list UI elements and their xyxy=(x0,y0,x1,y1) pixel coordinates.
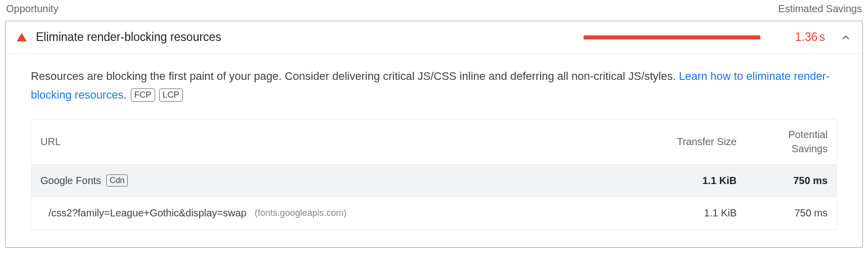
description-suffix: . xyxy=(123,88,126,101)
group-size: 1.1 KiB xyxy=(646,175,737,187)
savings-bar xyxy=(584,35,760,39)
audit-panel: Eliminate render-blocking resources 1.36… xyxy=(5,21,863,248)
table-row: /css2?family=League+Gothic&display=swap … xyxy=(31,197,837,230)
audit-title: Eliminate render-blocking resources xyxy=(36,30,221,44)
resources-table: URL Transfer Size Potential Savings Goog… xyxy=(31,119,837,230)
resource-size: 1.1 KiB xyxy=(646,207,737,219)
metric-tag-fcp: FCP xyxy=(131,88,155,102)
col-potential-savings: Potential Savings xyxy=(737,127,828,156)
group-savings: 750 ms xyxy=(737,175,828,187)
savings-value: 1.36 s xyxy=(790,30,825,44)
audit-description: Resources are blocking the first paint o… xyxy=(31,67,837,105)
chevron-up-icon[interactable] xyxy=(840,32,851,43)
audit-summary-row[interactable]: Eliminate render-blocking resources 1.36… xyxy=(6,21,862,54)
resource-savings: 750 ms xyxy=(737,207,828,219)
resource-path: /css2?family=League+Gothic&display=swap xyxy=(49,207,247,219)
col-url: URL xyxy=(40,136,646,148)
table-group-row: Google Fonts Cdn 1.1 KiB 750 ms xyxy=(31,165,837,197)
col-transfer-size: Transfer Size xyxy=(646,136,737,148)
metric-tag-lcp: LCP xyxy=(159,88,183,102)
estimated-savings-header: Estimated Savings xyxy=(778,3,862,15)
resource-host: (fonts.googleapis.com) xyxy=(255,208,347,218)
column-headers: Opportunity Estimated Savings xyxy=(5,0,863,21)
table-header-row: URL Transfer Size Potential Savings xyxy=(31,119,837,165)
description-text: Resources are blocking the first paint o… xyxy=(31,70,679,82)
cdn-tag: Cdn xyxy=(106,174,128,187)
audit-body: Resources are blocking the first paint o… xyxy=(6,54,862,247)
opportunity-header: Opportunity xyxy=(6,3,58,15)
group-label: Google Fonts xyxy=(40,175,101,187)
fail-triangle-icon xyxy=(17,33,27,41)
